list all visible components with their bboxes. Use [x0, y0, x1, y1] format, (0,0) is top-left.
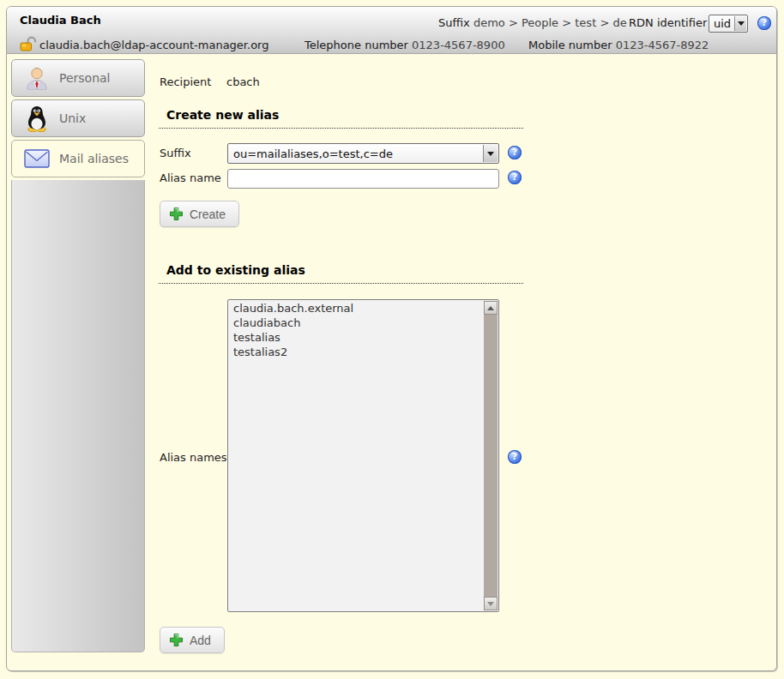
rdn-identifier-select[interactable]: uid [709, 15, 748, 33]
email-address: claudia.bach@ldap-account-manager.org [39, 39, 268, 51]
create-button-label: Create [190, 207, 226, 221]
alias-name-help-icon[interactable]: ? [508, 171, 522, 184]
telephone-group: Telephone number 0123-4567-8900 [305, 39, 505, 51]
telephone-label: Telephone number [305, 39, 408, 51]
tux-icon [24, 105, 50, 132]
unlock-icon[interactable] [19, 36, 38, 54]
down-arrow-icon [487, 602, 494, 606]
tab-unix[interactable]: Unix [11, 99, 145, 137]
alias-option[interactable]: claudiabach [228, 315, 484, 330]
alias-name-label: Alias name [160, 171, 221, 184]
alias-suffix-selected-value: ou=mailaliases,o=test,c=de [233, 147, 393, 160]
alias-names-listbox[interactable]: claudia.bach.externalclaudiabachtestalia… [227, 299, 499, 612]
plus-icon [169, 633, 184, 647]
chevron-down-icon [487, 152, 494, 156]
select-dropdown-button[interactable] [483, 145, 498, 162]
recipient-label: Recipient [160, 75, 211, 88]
mobile-label: Mobile number [528, 39, 612, 51]
page-title: Claudia Bach [20, 14, 101, 27]
header-bar: Claudia Bach Suffix demo > People > test… [7, 7, 776, 54]
tab-mail-aliases[interactable]: Mail aliases [11, 140, 145, 177]
scroll-up-button[interactable] [484, 301, 498, 315]
tab-unix-label: Unix [59, 111, 86, 125]
scroll-down-button[interactable] [484, 597, 498, 610]
tab-personal-label: Personal [59, 71, 111, 85]
person-icon [24, 65, 50, 91]
suffix-help-icon[interactable]: ? [508, 146, 522, 159]
telephone-value: 0123-4567-8900 [412, 39, 505, 51]
rdn-identifier-label: RDN identifier [629, 16, 707, 29]
plus-icon [169, 207, 184, 221]
recipient-value: cbach [226, 75, 260, 88]
suffix-breadcrumb: Suffix demo > People > test > de [438, 16, 627, 29]
alias-suffix-select[interactable]: ou=mailaliases,o=test,c=de [227, 143, 499, 164]
mobile-value: 0123-4567-8922 [616, 39, 709, 51]
alias-names-help-icon[interactable]: ? [508, 450, 522, 464]
rdn-help-icon[interactable]: ? [757, 16, 771, 30]
alias-option[interactable]: testalias [228, 330, 484, 345]
alias-option[interactable]: claudia.bach.external [228, 301, 484, 315]
create-button[interactable]: Create [160, 201, 239, 227]
suffix-label: Suffix [438, 16, 470, 29]
tab-personal[interactable]: Personal [11, 59, 145, 97]
listbox-scrollbar[interactable] [484, 301, 498, 610]
chevron-down-icon [738, 21, 745, 26]
account-edit-window: Claudia Bach Suffix demo > People > test… [6, 6, 777, 671]
add-to-existing-alias-heading: Add to existing alias [159, 263, 523, 284]
alias-option[interactable]: testalias2 [228, 345, 484, 359]
suffix-path: demo > People > test > de [473, 16, 627, 29]
form-suffix-label: Suffix [160, 147, 191, 159]
sidebar-background [11, 180, 145, 652]
select-dropdown-button[interactable] [734, 16, 746, 31]
alias-options-list: claudia.bach.externalclaudiabachtestalia… [228, 301, 484, 610]
alias-name-input[interactable] [227, 169, 499, 189]
create-new-alias-heading: Create new alias [159, 108, 523, 129]
envelope-icon [24, 149, 50, 168]
mobile-group: Mobile number 0123-4567-8922 [528, 39, 709, 51]
rdn-selected-value: uid [714, 17, 731, 30]
add-button[interactable]: Add [160, 627, 225, 653]
up-arrow-icon [487, 306, 494, 310]
tab-mail-aliases-label: Mail aliases [59, 152, 129, 165]
add-button-label: Add [190, 634, 211, 647]
alias-names-label: Alias names [160, 451, 227, 464]
